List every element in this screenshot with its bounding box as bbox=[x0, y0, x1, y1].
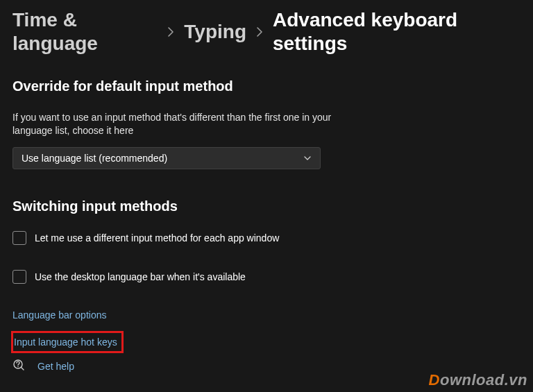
input-method-dropdown[interactable]: Use language list (recommended) bbox=[12, 147, 321, 169]
checkbox-desktop-language-bar[interactable]: Use the desktop language bar when it's a… bbox=[12, 270, 521, 284]
breadcrumb-current: Advanced keyboard settings bbox=[273, 8, 521, 55]
checkbox-per-app-input[interactable]: Let me use a different input method for … bbox=[12, 231, 521, 245]
get-help-row[interactable]: Get help bbox=[12, 359, 74, 374]
override-heading: Override for default input method bbox=[12, 78, 521, 94]
switching-heading: Switching input methods bbox=[12, 198, 521, 214]
input-language-hotkeys-link[interactable]: Input language hot keys bbox=[14, 336, 117, 348]
input-language-hotkeys-highlight: Input language hot keys bbox=[11, 331, 124, 353]
svg-point-1 bbox=[17, 366, 19, 367]
checkbox-label: Use the desktop language bar when it's a… bbox=[35, 271, 246, 282]
language-bar-options-link[interactable]: Language bar options bbox=[12, 309, 106, 321]
override-description: If you want to use an input method that'… bbox=[12, 111, 332, 137]
get-help-link[interactable]: Get help bbox=[37, 361, 74, 372]
breadcrumb-time-language[interactable]: Time & language bbox=[12, 8, 158, 55]
chevron-right-icon bbox=[256, 26, 263, 37]
dropdown-value: Use language list (recommended) bbox=[22, 153, 167, 164]
watermark-letter: D bbox=[429, 371, 440, 389]
chevron-right-icon bbox=[167, 26, 174, 37]
checkbox-icon bbox=[12, 231, 26, 245]
checkbox-icon bbox=[12, 270, 26, 284]
watermark-text: ownload.vn bbox=[440, 371, 527, 389]
watermark: Download.vn bbox=[429, 371, 527, 389]
breadcrumb-typing[interactable]: Typing bbox=[184, 20, 246, 44]
help-icon bbox=[12, 359, 25, 374]
checkbox-label: Let me use a different input method for … bbox=[35, 232, 279, 244]
chevron-down-icon bbox=[303, 154, 312, 162]
breadcrumb: Time & language Typing Advanced keyboard… bbox=[12, 8, 521, 55]
